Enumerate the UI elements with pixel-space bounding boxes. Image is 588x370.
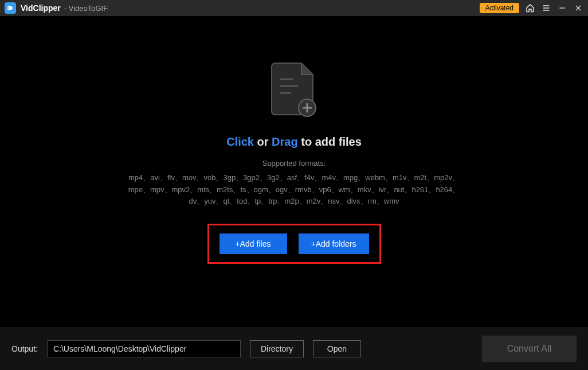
supported-formats-label: Supported formats:: [262, 159, 326, 168]
prompt-drag-text: Drag: [272, 135, 298, 148]
titlebar: VidClipper - VideoToGIF Activated: [0, 0, 588, 16]
footer-bar: Output: Directory Open Convert All: [0, 327, 588, 370]
add-folders-button[interactable]: +Add folders: [299, 233, 369, 254]
app-name: VidClipper: [21, 3, 61, 13]
drop-prompt: Click or Drag to add files: [226, 135, 362, 149]
minimize-icon[interactable]: [557, 3, 567, 13]
home-icon[interactable]: [525, 3, 535, 13]
open-button[interactable]: Open: [313, 340, 361, 357]
close-icon[interactable]: [573, 3, 583, 13]
output-path-input[interactable]: [47, 340, 241, 357]
prompt-or-text: or: [254, 135, 272, 148]
supported-formats-list: mp4、avi、flv、mov、vob、3gp、3gp2、3g2、asf、f4v…: [128, 172, 460, 208]
app-logo-icon: [5, 2, 16, 14]
app-subtitle: - VideoToGIF: [64, 4, 108, 13]
prompt-add-text: to add files: [298, 135, 362, 148]
add-files-button[interactable]: +Add files: [219, 233, 287, 254]
menu-icon[interactable]: [541, 3, 551, 13]
file-add-icon: [271, 62, 317, 119]
main-drop-area[interactable]: Click or Drag to add files Supported for…: [0, 16, 588, 327]
directory-button[interactable]: Directory: [250, 340, 304, 357]
convert-all-button[interactable]: Convert All: [482, 336, 577, 362]
svg-point-0: [9, 7, 10, 9]
prompt-click-text: Click: [226, 135, 254, 148]
add-buttons-highlight: +Add files +Add folders: [207, 224, 381, 264]
activated-badge: Activated: [480, 3, 519, 13]
output-label: Output:: [11, 344, 38, 353]
